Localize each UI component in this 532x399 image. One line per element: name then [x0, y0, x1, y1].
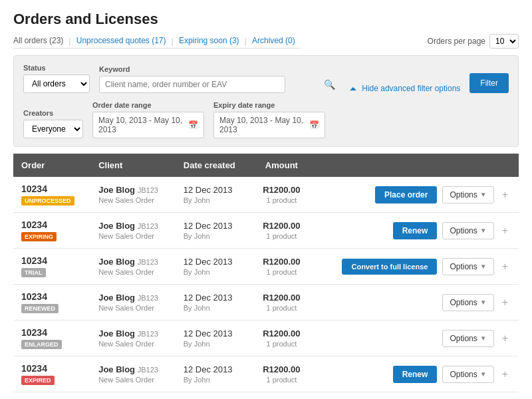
client-name: Joe Blog JB123: [98, 329, 158, 338]
filter-button[interactable]: Filter: [469, 73, 509, 93]
amount-cell: R1200.00 1 product: [251, 213, 311, 249]
order-date-label: Order date range: [92, 101, 204, 109]
date-cell: 12 Dec 2013 By John: [176, 356, 252, 392]
col-date: Date created: [176, 154, 252, 177]
client-cell: Joe Blog JB123 New Sales Order: [90, 356, 176, 392]
action-cell: Convert to full license Options ▼ +: [312, 249, 519, 285]
client-code: JB123: [138, 222, 158, 230]
amount-value: R1200.00: [263, 185, 300, 195]
action-cell: Options ▼ +: [312, 285, 519, 321]
date-cell: 12 Dec 2013 By John: [176, 321, 252, 356]
convert-button[interactable]: Convert to full license: [342, 259, 437, 275]
expiry-date-input[interactable]: May 10, 2013 - May 10, 2013 📅: [213, 112, 325, 138]
status-badge: EXPIRED: [21, 376, 55, 385]
client-type: New Sales Order: [98, 268, 154, 276]
status-label: Status: [23, 64, 90, 72]
options-label: Options: [450, 262, 477, 271]
order-by: By John: [184, 304, 210, 312]
tab-unprocessed[interactable]: Unprocessed quotes (17): [76, 33, 166, 48]
client-name: Joe Blog JB123: [98, 185, 158, 195]
options-button[interactable]: Options ▼: [442, 366, 493, 383]
order-date-input[interactable]: May 10, 2013 - May 10, 2013 📅: [92, 112, 204, 138]
renew-button[interactable]: Renew: [393, 222, 438, 239]
order-by: By John: [184, 268, 210, 276]
renew-button[interactable]: Renew: [393, 366, 438, 383]
keyword-input[interactable]: [99, 76, 285, 93]
order-date: 12 Dec 2013: [184, 364, 233, 374]
add-button[interactable]: +: [499, 367, 511, 382]
options-button[interactable]: Options ▼: [442, 330, 493, 347]
amount-cell: R1200.00 1 product: [251, 177, 311, 213]
order-number: 10234: [21, 219, 82, 230]
client-type: New Sales Order: [98, 340, 154, 348]
options-button[interactable]: Options ▼: [442, 222, 493, 239]
table-row: 10234 RENEWED Joe Blog JB123 New Sales O…: [13, 285, 519, 321]
options-button[interactable]: Options ▼: [442, 294, 493, 311]
order-number: 10234: [21, 255, 82, 266]
add-button[interactable]: +: [499, 188, 511, 202]
client-type: New Sales Order: [98, 232, 154, 240]
arrow-up-icon: [350, 87, 356, 90]
amount-cell: R1200.00 1 product: [251, 285, 311, 321]
add-button[interactable]: +: [499, 331, 511, 346]
options-label: Options: [450, 190, 477, 200]
order-date: 12 Dec 2013: [184, 221, 233, 231]
action-cell: Renew Options ▼ +: [312, 356, 519, 392]
client-type: New Sales Order: [98, 196, 154, 204]
order-number: 10234: [21, 291, 82, 302]
amount-value: R1200.00: [263, 293, 300, 303]
amount-cell: R1200.00 1 product: [251, 356, 311, 392]
date-cell: 12 Dec 2013 By John: [176, 249, 252, 285]
client-name: Joe Blog JB123: [98, 293, 158, 303]
client-code: JB123: [138, 294, 158, 302]
order-number: 10234: [21, 184, 82, 194]
amount-value: R1200.00: [263, 329, 300, 338]
orders-per-page-select[interactable]: 10 25 50: [489, 34, 519, 49]
options-button[interactable]: Options ▼: [442, 258, 493, 275]
client-cell: Joe Blog JB123 New Sales Order: [90, 249, 176, 285]
tab-archived[interactable]: Archived (0): [252, 33, 295, 48]
orders-per-page-label: Orders per page: [428, 37, 485, 46]
client-code: JB123: [138, 366, 158, 374]
status-badge: TRIAL: [21, 268, 46, 277]
amount-products: 1 product: [266, 376, 297, 384]
date-cell: 12 Dec 2013 By John: [176, 213, 252, 249]
client-cell: Joe Blog JB123 New Sales Order: [90, 285, 176, 321]
table-row: 10234 UNPROCESSED Joe Blog JB123 New Sal…: [13, 177, 519, 213]
amount-value: R1200.00: [263, 364, 300, 374]
amount-products: 1 product: [266, 340, 297, 348]
options-button[interactable]: Options ▼: [442, 186, 493, 203]
amount-products: 1 product: [266, 304, 297, 312]
place-order-button[interactable]: Place order: [375, 186, 437, 203]
amount-products: 1 product: [266, 196, 297, 204]
status-badge: ENLARGED: [21, 340, 62, 349]
status-select[interactable]: All orders Processed Unprocessed Expirin…: [23, 74, 90, 93]
order-cell: 10234 EXPIRED: [13, 356, 90, 392]
add-button[interactable]: +: [499, 223, 511, 238]
order-by: By John: [184, 376, 210, 384]
keyword-label: Keyword: [99, 65, 340, 73]
add-button[interactable]: +: [499, 295, 511, 310]
action-cell: Renew Options ▼ +: [312, 213, 519, 249]
creators-select[interactable]: Everyone Me: [23, 120, 83, 138]
action-cell: Options ▼ +: [312, 321, 519, 356]
options-label: Options: [450, 370, 477, 379]
col-amount: Amount: [251, 154, 311, 177]
date-cell: 12 Dec 2013 By John: [176, 177, 252, 213]
client-code: JB123: [138, 258, 158, 266]
order-cell: 10234 EXPIRING: [13, 213, 90, 249]
tab-expiring[interactable]: Expiring soon (3): [179, 33, 239, 48]
col-client: Client: [90, 154, 176, 177]
dropdown-arrow-icon: ▼: [480, 370, 487, 378]
calendar-icon-expiry: 📅: [309, 120, 319, 130]
dropdown-arrow-icon: ▼: [480, 191, 487, 198]
client-name: Joe Blog JB123: [98, 257, 158, 267]
action-cell: Place order Options ▼ +: [312, 177, 519, 213]
add-button[interactable]: +: [499, 259, 511, 274]
client-cell: Joe Blog JB123 New Sales Order: [90, 321, 176, 356]
client-type: New Sales Order: [98, 376, 154, 384]
hide-advanced-link[interactable]: Hide advanced filter options: [350, 84, 460, 93]
status-badge: EXPIRING: [21, 232, 57, 241]
tab-all-orders[interactable]: All orders (23): [13, 33, 63, 48]
order-cell: 10234 RENEWED: [13, 285, 90, 321]
